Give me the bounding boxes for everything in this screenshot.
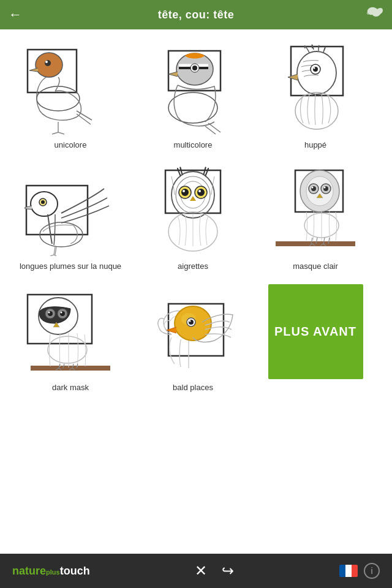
app-footer: natureplustouch ✕ ↩ i	[0, 554, 392, 588]
bird-grid: unicolore	[12, 42, 374, 393]
back-button[interactable]: ←	[9, 7, 22, 23]
card-image-unicolore	[23, 42, 118, 137]
svg-point-41	[324, 187, 326, 189]
footer-controls: ✕ ↩	[195, 562, 234, 579]
card-label-aigrettes: aigrettes	[178, 262, 208, 272]
svg-point-14	[314, 67, 315, 69]
svg-point-9	[192, 66, 197, 70]
card-label-longues-plumes: longues plumes sur la nuque	[20, 262, 121, 272]
svg-point-22	[172, 172, 214, 218]
app-header: ← tête, cou: tête	[0, 0, 392, 29]
card-longues-plumes[interactable]: longues plumes sur la nuque	[12, 163, 129, 272]
card-label-bald-places: bald places	[173, 383, 213, 393]
svg-point-3	[45, 60, 51, 66]
card-plus-avant[interactable]: PLUS AVANT	[257, 284, 374, 393]
card-image-bald-places	[146, 284, 241, 379]
svg-point-47	[48, 312, 50, 314]
logo-touch-text: touch	[60, 565, 90, 578]
card-image-multicolore	[146, 42, 241, 137]
main-content: unicolore	[0, 29, 392, 554]
logo-nature-text: nature	[12, 565, 46, 578]
svg-point-15	[295, 92, 338, 129]
card-image-masque-clair	[268, 163, 363, 258]
plus-avant-label: PLUS AVANT	[274, 325, 356, 339]
footer-logo: natureplustouch	[12, 565, 90, 578]
info-button[interactable]: i	[364, 563, 380, 579]
card-image-huppe	[268, 42, 363, 137]
card-image-aigrettes	[146, 163, 241, 258]
card-image-dark-mask	[23, 284, 118, 379]
card-masque-clair[interactable]: masque clair	[257, 163, 374, 272]
svg-point-26	[181, 189, 189, 196]
logo-plus-text: plus	[46, 568, 60, 576]
card-label-masque-clair: masque clair	[293, 262, 338, 272]
card-label-huppe: huppé	[304, 140, 326, 151]
bird-icon	[366, 6, 383, 23]
card-bald-places[interactable]: bald places	[135, 284, 251, 393]
card-image-longues-plumes	[23, 163, 118, 258]
close-button[interactable]: ✕	[195, 562, 207, 579]
svg-point-4	[45, 61, 48, 63]
svg-point-19	[41, 200, 45, 204]
svg-point-27	[183, 190, 185, 192]
page-title: tête, cou: tête	[158, 9, 235, 21]
language-flag[interactable]	[339, 565, 358, 577]
svg-point-29	[197, 189, 205, 196]
svg-point-56	[189, 320, 191, 322]
svg-point-43	[48, 336, 87, 363]
card-huppe[interactable]: huppé	[257, 42, 374, 151]
svg-point-1	[37, 86, 80, 111]
share-button[interactable]: ↩	[222, 562, 234, 579]
plus-avant-button[interactable]: PLUS AVANT	[268, 284, 363, 379]
svg-point-6	[168, 92, 217, 123]
card-label-unicolore: unicolore	[55, 140, 87, 151]
card-label-dark-mask: dark mask	[52, 383, 89, 393]
card-unicolore[interactable]: unicolore	[12, 42, 129, 151]
svg-point-50	[61, 312, 62, 314]
svg-point-38	[312, 187, 314, 189]
card-label-multicolore: multicolore	[174, 140, 213, 151]
svg-point-30	[198, 190, 201, 192]
card-dark-mask[interactable]: dark mask	[12, 284, 129, 393]
card-multicolore[interactable]: multicolore	[135, 42, 251, 151]
card-aigrettes[interactable]: aigrettes	[135, 163, 251, 272]
